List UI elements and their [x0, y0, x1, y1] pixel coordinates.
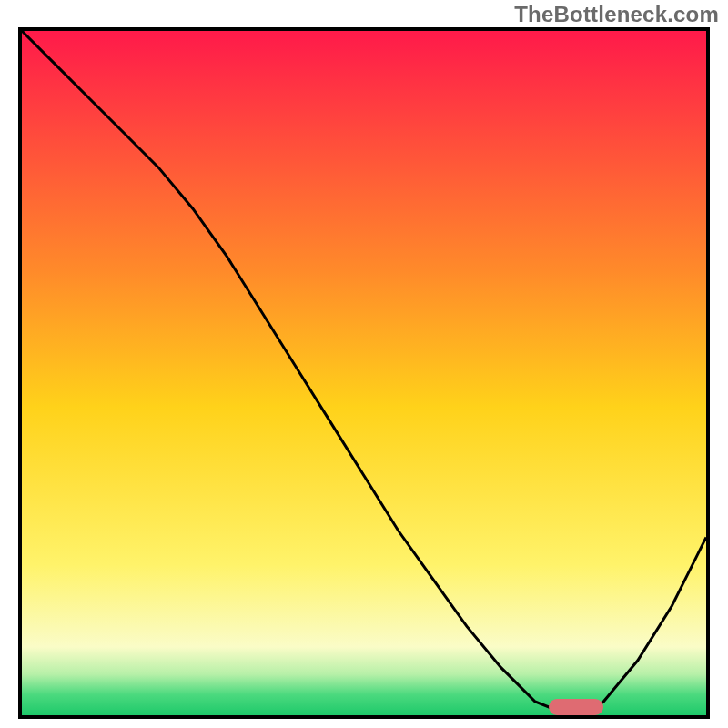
watermark-text: TheBottleneck.com: [514, 2, 719, 27]
chart-frame: TheBottleneck.com: [0, 0, 728, 728]
plot-border: [18, 27, 710, 719]
plot-area: [18, 27, 710, 719]
